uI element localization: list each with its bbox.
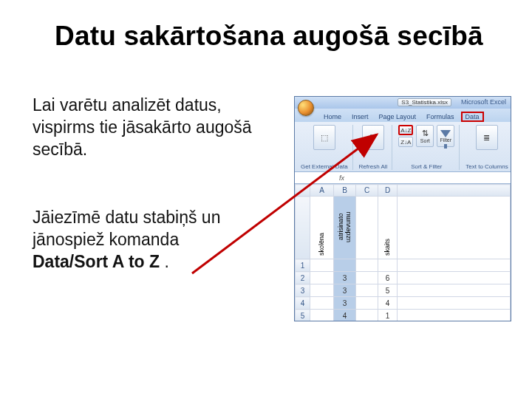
ribbon-group-sort-filter: A↓Z Z↓A ⇅ Sort Filter Sort & Filter bbox=[397, 125, 460, 170]
col-B: B bbox=[334, 185, 356, 197]
ribbon-tabs: Home Insert Page Layout Formulas Data bbox=[295, 109, 511, 122]
worksheet-grid: A B C D skolēna atrisinato uzdevumu skai… bbox=[295, 184, 511, 321]
hdr-C bbox=[356, 197, 378, 259]
sort-a-to-z-button: A↓Z bbox=[398, 125, 413, 135]
filter-icon: Filter bbox=[437, 125, 454, 147]
get-external-data-icon: ⬚ bbox=[313, 125, 335, 150]
sort-z-to-a-button: Z↓A bbox=[398, 137, 413, 147]
ribbon-label-sortfilter: Sort & Filter bbox=[411, 163, 442, 170]
tab-formulas: Formulas bbox=[421, 111, 460, 122]
col-D: D bbox=[378, 185, 398, 197]
sort-dialog-icon: ⇅ Sort bbox=[416, 125, 434, 147]
excel-titlebar: S3_Statistika.xlsx Microsoft Excel bbox=[295, 97, 511, 109]
sheet-table: A B C D skolēna atrisinato uzdevumu skai… bbox=[295, 184, 511, 321]
tab-page-layout: Page Layout bbox=[374, 111, 422, 122]
table-row: 541 bbox=[296, 310, 511, 321]
tab-insert: Insert bbox=[347, 111, 374, 122]
ribbon-label-external: Get External Data bbox=[301, 163, 348, 170]
fx-icon: fx bbox=[336, 174, 347, 182]
refresh-icon: ↻ bbox=[362, 125, 384, 150]
sort-glyph: ⇅ bbox=[422, 129, 429, 138]
ribbon-label-ttc: Text to Columns bbox=[466, 163, 508, 170]
ribbon-group-connections: ↻ Refresh All bbox=[358, 125, 393, 170]
table-row: 1 bbox=[296, 259, 511, 272]
text-to-columns-icon: ≣ bbox=[476, 125, 498, 150]
col-A: A bbox=[310, 185, 334, 197]
paragraph-2a: Jāiezīmē datu stabiņš un jānospiež koman… bbox=[33, 208, 220, 249]
hdr-rest bbox=[398, 197, 511, 259]
sort-small-buttons: A↓Z Z↓A bbox=[398, 125, 413, 147]
filter-label: Filter bbox=[440, 137, 452, 143]
corner-cell bbox=[296, 185, 310, 197]
hdr-D: skaits bbox=[378, 197, 398, 259]
office-button-icon bbox=[298, 100, 314, 116]
sort-label: Sort bbox=[420, 138, 430, 143]
excel-screenshot: S3_Statistika.xlsx Microsoft Excel Home … bbox=[294, 96, 511, 321]
col-rest bbox=[398, 185, 511, 197]
paragraph-2c: . bbox=[160, 252, 169, 271]
paragraph-2: Jāiezīmē datu stabiņš un jānospiež koman… bbox=[33, 207, 254, 273]
funnel-icon bbox=[440, 130, 451, 137]
ribbon-label-refresh: Refresh All bbox=[359, 163, 388, 170]
slide-title: Datu sakārtošana augošā secībā bbox=[55, 21, 483, 52]
hdr-A: skolēna bbox=[310, 197, 334, 259]
header-row: skolēna atrisinato uzdevumu skaits bbox=[296, 197, 511, 259]
ribbon-group-external: ⬚ Get External Data bbox=[299, 125, 353, 170]
hdr-B: atrisinato uzdevumu bbox=[334, 197, 356, 259]
excel-brand: Microsoft Excel bbox=[461, 98, 506, 106]
paragraph-1: Lai varētu analizēt datus, vispirms tie … bbox=[33, 95, 254, 161]
excel-filename: S3_Statistika.xlsx bbox=[398, 98, 451, 106]
table-row: 236 bbox=[296, 272, 511, 284]
ribbon: ⬚ Get External Data ↻ Refresh All A↓Z Z↓… bbox=[295, 122, 511, 172]
col-C: C bbox=[356, 185, 378, 197]
column-headers: A B C D bbox=[296, 185, 511, 197]
rowhdr-blank bbox=[296, 197, 310, 259]
paragraph-2b: Data/Sort A to Z bbox=[33, 252, 160, 271]
tab-data: Data bbox=[461, 112, 484, 122]
table-row: 434 bbox=[296, 297, 511, 310]
ribbon-group-datatools: ≣ Text to Columns bbox=[464, 125, 512, 170]
table-row: 335 bbox=[296, 284, 511, 297]
tab-home: Home bbox=[318, 111, 347, 122]
formula-bar: fx bbox=[295, 172, 511, 184]
